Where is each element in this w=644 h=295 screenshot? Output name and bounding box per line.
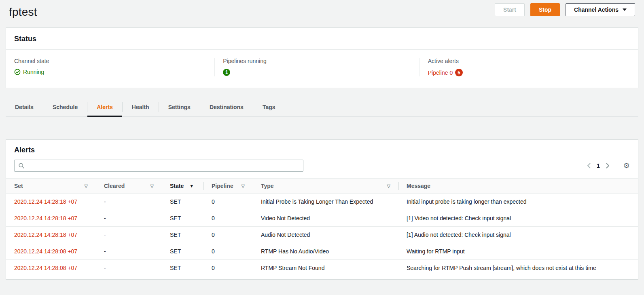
sort-icon[interactable]: ▼ bbox=[189, 183, 194, 188]
sort-icon[interactable]: ▽ bbox=[241, 183, 245, 189]
status-panel-body: Channel state Running Pipelines running … bbox=[6, 50, 638, 88]
alert-set-time: 2020.12.24 14:28:08 +07 bbox=[6, 243, 96, 260]
alert-message: Searching for RTMP Push stream [stream],… bbox=[398, 260, 638, 276]
start-button[interactable]: Start bbox=[495, 3, 525, 16]
alerts-panel-title: Alerts bbox=[14, 146, 35, 154]
active-alerts-column: Active alerts Pipeline 0 5 bbox=[419, 58, 638, 76]
alerts-search-box[interactable] bbox=[14, 160, 303, 172]
page-title: fptest bbox=[9, 6, 37, 19]
caret-down-icon bbox=[623, 8, 627, 11]
panel-bottom-padding bbox=[6, 276, 638, 279]
alerts-panel: Alerts 1 bbox=[6, 139, 638, 280]
alert-row: 2020.12.24 14:28:08 +07 - SET 0 RTMP Str… bbox=[6, 260, 638, 276]
page-header: fptest Start Stop Channel Actions bbox=[0, 0, 644, 19]
alert-set-time: 2020.12.24 14:28:18 +07 bbox=[6, 227, 96, 243]
alert-message: [1] Video not detected: Check input sign… bbox=[398, 210, 638, 227]
alert-type: Video Not Detected bbox=[253, 210, 398, 227]
tab-health[interactable]: Health bbox=[123, 100, 159, 116]
current-page-number[interactable]: 1 bbox=[597, 162, 600, 169]
toolbar-divider bbox=[618, 160, 618, 171]
tab-schedule[interactable]: Schedule bbox=[43, 100, 87, 116]
alert-row: 2020.12.24 14:28:18 +07 - SET 0 Initial … bbox=[6, 194, 638, 210]
status-panel: Status Channel state Running Pipelines r… bbox=[6, 27, 638, 88]
alert-set-time: 2020.12.24 14:28:08 +07 bbox=[6, 260, 96, 276]
header-actions: Start Stop Channel Actions bbox=[495, 3, 635, 16]
channel-tabs: Details Schedule Alerts Health Settings … bbox=[6, 100, 638, 116]
alert-set-time: 2020.12.24 14:28:18 +07 bbox=[6, 210, 96, 227]
active-alerts-pipeline-link[interactable]: Pipeline 0 bbox=[428, 70, 453, 76]
pipelines-running-label: Pipelines running bbox=[223, 58, 411, 64]
active-alerts-count-badge: 5 bbox=[455, 69, 463, 76]
channel-actions-button[interactable]: Channel Actions bbox=[566, 3, 635, 16]
alert-state: SET bbox=[162, 194, 203, 210]
chevron-left-icon bbox=[587, 163, 591, 169]
status-panel-title: Status bbox=[14, 35, 36, 43]
alert-type: Initial Probe is Taking Longer Than Expe… bbox=[253, 194, 398, 210]
tab-settings[interactable]: Settings bbox=[159, 100, 200, 116]
alert-row: 2020.12.24 14:28:08 +07 - SET 0 RTMP Has… bbox=[6, 243, 638, 260]
alert-state: SET bbox=[162, 260, 203, 276]
alert-pipeline: 0 bbox=[203, 210, 253, 227]
tab-alerts[interactable]: Alerts bbox=[87, 100, 122, 116]
next-page-button[interactable] bbox=[603, 161, 612, 171]
sort-icon[interactable]: ▽ bbox=[387, 183, 390, 189]
tab-destinations[interactable]: Destinations bbox=[200, 100, 253, 116]
alert-cleared-time: - bbox=[96, 260, 162, 276]
alert-type: RTMP Has No Audio/Video bbox=[253, 243, 398, 260]
sort-icon[interactable]: ▽ bbox=[85, 183, 88, 189]
pipelines-running-badge: 1 bbox=[223, 69, 230, 76]
alert-message: Waiting for RTMP input bbox=[398, 243, 638, 260]
alert-type: Audio Not Detected bbox=[253, 227, 398, 243]
channel-state-value: Running bbox=[23, 69, 44, 75]
column-label: Set bbox=[14, 183, 23, 189]
stop-button[interactable]: Stop bbox=[530, 3, 560, 16]
alert-state: SET bbox=[162, 210, 203, 227]
alert-row: 2020.12.24 14:28:18 +07 - SET 0 Video No… bbox=[6, 210, 638, 227]
alert-type: RTMP Stream Not Found bbox=[253, 260, 398, 276]
alert-cleared-time: - bbox=[96, 194, 162, 210]
chevron-right-icon bbox=[605, 163, 610, 169]
alert-row: 2020.12.24 14:28:18 +07 - SET 0 Audio No… bbox=[6, 227, 638, 243]
alerts-table-header-row: Set▽ Cleared▽ State▼ Pipeline▽ Type▽ Mes… bbox=[6, 179, 638, 194]
alert-message: Initial input probe is taking longer tha… bbox=[398, 194, 638, 210]
column-label: Type bbox=[261, 183, 274, 189]
alert-cleared-time: - bbox=[96, 210, 162, 227]
alerts-table: Set▽ Cleared▽ State▼ Pipeline▽ Type▽ Mes… bbox=[6, 178, 638, 276]
alert-pipeline: 0 bbox=[203, 227, 253, 243]
column-label: Message bbox=[407, 183, 430, 189]
column-header-message[interactable]: Message bbox=[398, 179, 638, 194]
tab-tags[interactable]: Tags bbox=[253, 100, 285, 116]
column-label: State bbox=[170, 183, 184, 189]
alert-state: SET bbox=[162, 227, 203, 243]
channel-actions-label: Channel Actions bbox=[574, 7, 619, 13]
pipelines-running-column: Pipelines running 1 bbox=[214, 58, 419, 76]
alerts-search-input[interactable] bbox=[28, 162, 299, 169]
check-circle-icon bbox=[14, 69, 21, 75]
alerts-pagination: 1 ⚙ bbox=[584, 160, 630, 171]
search-icon bbox=[18, 162, 25, 169]
column-header-state[interactable]: State▼ bbox=[162, 179, 203, 194]
settings-gear-icon[interactable]: ⚙ bbox=[623, 162, 630, 169]
alert-pipeline: 0 bbox=[203, 260, 253, 276]
column-label: Cleared bbox=[104, 183, 125, 189]
column-header-pipeline[interactable]: Pipeline▽ bbox=[203, 179, 253, 194]
alert-message: [1] Audio not detected: Check input sign… bbox=[398, 227, 638, 243]
alert-state: SET bbox=[162, 243, 203, 260]
column-label: Pipeline bbox=[212, 183, 233, 189]
column-header-cleared[interactable]: Cleared▽ bbox=[96, 179, 162, 194]
alerts-panel-header: Alerts 1 bbox=[6, 140, 638, 178]
tab-details[interactable]: Details bbox=[6, 100, 43, 116]
sort-icon[interactable]: ▽ bbox=[150, 183, 154, 189]
channel-state-column: Channel state Running bbox=[6, 58, 214, 76]
column-header-set[interactable]: Set▽ bbox=[6, 179, 96, 194]
alert-pipeline: 0 bbox=[203, 194, 253, 210]
alert-cleared-time: - bbox=[96, 243, 162, 260]
alert-set-time: 2020.12.24 14:28:18 +07 bbox=[6, 194, 96, 210]
status-panel-header: Status bbox=[6, 28, 638, 50]
alert-cleared-time: - bbox=[96, 227, 162, 243]
active-alerts-label: Active alerts bbox=[428, 58, 630, 64]
alerts-toolbar: 1 ⚙ bbox=[14, 160, 630, 172]
channel-state-label: Channel state bbox=[14, 58, 206, 64]
column-header-type[interactable]: Type▽ bbox=[253, 179, 398, 194]
previous-page-button[interactable] bbox=[584, 161, 594, 171]
